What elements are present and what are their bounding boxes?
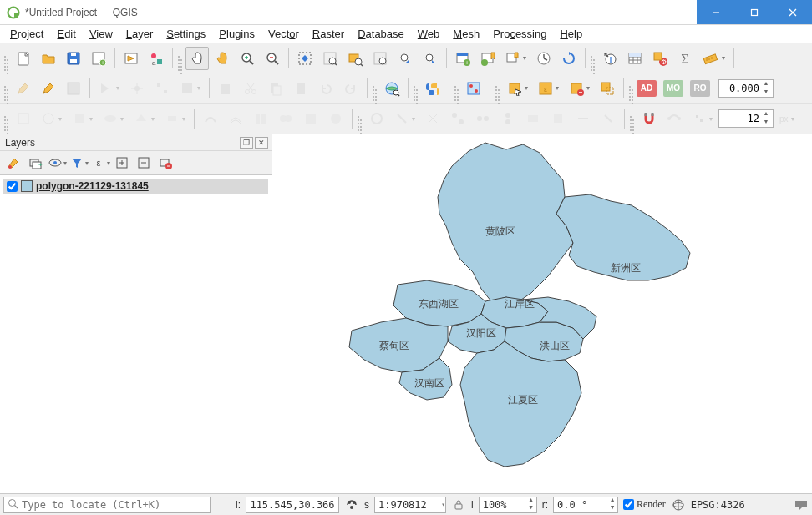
pan-to-selection-button[interactable]: [211, 47, 234, 70]
toolbar-grip[interactable]: [3, 48, 8, 69]
crs-icon[interactable]: [671, 498, 686, 512]
georeferencer-button[interactable]: [462, 77, 485, 100]
toolbar-grip[interactable]: [629, 108, 634, 129]
toolbar-grip[interactable]: [495, 78, 500, 99]
snap-tolerance-spinbox[interactable]: ▲▼: [718, 109, 774, 128]
shape-digitize-1: [12, 107, 35, 130]
zoom-to-layer-button[interactable]: [343, 47, 367, 70]
magnifier-spinbox[interactable]: 100%▲▼: [479, 497, 537, 513]
layers-panel-close-button[interactable]: ✕: [255, 137, 268, 149]
layers-styling-button[interactable]: [3, 154, 23, 172]
numeric-spinbox-1[interactable]: ▲▼: [718, 79, 774, 98]
toolbar-grip[interactable]: [454, 78, 459, 99]
maximize-button[interactable]: [735, 0, 774, 24]
metasearch-button[interactable]: [380, 77, 403, 100]
menu-raster[interactable]: Raster: [307, 26, 349, 42]
open-project-button[interactable]: [37, 47, 60, 70]
close-button[interactable]: [774, 0, 812, 24]
map-canvas[interactable]: 黄陂区 新洲区 东西湖区 江岸区 汉阳区 蔡甸区 洪山区 汉南区 江夏区: [272, 134, 812, 493]
toolbar-grip[interactable]: [413, 78, 418, 99]
svg-rect-1: [14, 13, 18, 18]
layers-remove-button[interactable]: [155, 154, 175, 172]
layer-visibility-checkbox[interactable]: [7, 181, 18, 192]
identify-features-button[interactable]: i: [598, 47, 622, 70]
save-project-button[interactable]: [62, 47, 85, 70]
locator-input[interactable]: [22, 499, 206, 511]
layers-add-group-button[interactable]: +: [25, 154, 45, 172]
select-by-value-button[interactable]: ε▾: [534, 77, 563, 100]
layers-expand-button[interactable]: [112, 154, 132, 172]
messages-icon[interactable]: [794, 498, 809, 512]
layers-tree[interactable]: polygon-221129-131845: [0, 174, 272, 493]
minimize-button[interactable]: [697, 0, 735, 24]
region-label: 汉南区: [414, 376, 444, 391]
advanced-digitize-badge[interactable]: AD: [637, 80, 657, 97]
menu-processing[interactable]: Processing: [488, 26, 551, 42]
menu-settings[interactable]: Settings: [161, 26, 211, 42]
menu-vector[interactable]: Vector: [263, 26, 304, 42]
rotation-label: r:: [542, 499, 548, 511]
new-spatial-bookmark-button[interactable]: [476, 47, 500, 70]
refresh-button[interactable]: [557, 47, 581, 70]
rotation-spinbox[interactable]: 0.0 °▲▼: [553, 497, 618, 513]
layers-filter-button[interactable]: ▾: [69, 154, 89, 172]
locator-search[interactable]: [3, 497, 211, 513]
menu-plugins[interactable]: Plugins: [214, 26, 260, 42]
zoom-out-button[interactable]: [261, 47, 284, 70]
menu-mesh[interactable]: Mesh: [448, 26, 485, 42]
zoom-to-selection-button[interactable]: [318, 47, 342, 70]
zoom-native-button[interactable]: [368, 47, 392, 70]
layout-manager-button[interactable]: [119, 47, 143, 70]
toggle-editing-button[interactable]: [37, 77, 60, 100]
pan-map-button[interactable]: [185, 47, 209, 70]
show-bookmarks-button[interactable]: ▾: [501, 47, 530, 70]
zoom-next-button[interactable]: [419, 47, 442, 70]
measure-button[interactable]: ▾: [698, 47, 729, 70]
deselect-all-button[interactable]: ▾: [565, 77, 594, 100]
new-project-button[interactable]: [12, 47, 35, 70]
menubar: Project Edit View Layer Settings Plugins…: [0, 25, 812, 43]
extents-icon[interactable]: [344, 498, 359, 512]
coord-label: l:: [236, 499, 241, 511]
toolbar-grip[interactable]: [372, 78, 377, 99]
menu-edit[interactable]: Edit: [52, 26, 80, 42]
svg-text:ε: ε: [544, 85, 547, 93]
layers-collapse-button[interactable]: [134, 154, 154, 172]
select-by-location-button[interactable]: [596, 77, 619, 100]
menu-help[interactable]: Help: [555, 26, 587, 42]
toolbar-grip[interactable]: [357, 108, 362, 129]
scale-combo[interactable]: 1:970812▾: [374, 497, 446, 513]
temporal-controller-button[interactable]: [532, 47, 556, 70]
zoom-in-button[interactable]: [236, 47, 259, 70]
toolbar-grip[interactable]: [590, 48, 595, 69]
open-attribute-table-button[interactable]: [623, 47, 647, 70]
open-field-calculator-button[interactable]: ⚙: [648, 47, 672, 70]
lock-icon[interactable]: [451, 499, 466, 511]
menu-database[interactable]: Database: [353, 26, 409, 42]
layers-panel-undock-button[interactable]: ❐: [240, 137, 253, 149]
menu-web[interactable]: Web: [413, 26, 445, 42]
select-features-button[interactable]: ▾: [503, 77, 532, 100]
python-console-button[interactable]: [421, 77, 444, 100]
layer-item[interactable]: polygon-221129-131845: [3, 179, 268, 194]
layers-expression-button[interactable]: ε▾: [90, 154, 110, 172]
zoom-full-button[interactable]: [293, 47, 317, 70]
new-map-view-button[interactable]: +: [451, 47, 475, 70]
menu-project[interactable]: Project: [5, 26, 48, 42]
menu-view[interactable]: View: [84, 26, 118, 42]
toolbar-grip[interactable]: [628, 78, 633, 99]
zoom-last-button[interactable]: [393, 47, 417, 70]
layers-visibility-button[interactable]: ▾: [47, 154, 67, 172]
style-manager-button[interactable]: a: [145, 47, 168, 70]
toolbar-grip[interactable]: [3, 78, 8, 99]
enable-snapping-button[interactable]: [637, 107, 661, 130]
coordinate-display[interactable]: 115.545,30.366: [246, 497, 339, 513]
statistical-summary-button[interactable]: Σ: [673, 47, 697, 70]
svg-text:a: a: [152, 59, 156, 67]
crs-display[interactable]: EPSG:4326: [691, 499, 745, 511]
menu-layer[interactable]: Layer: [121, 26, 159, 42]
toolbar-grip[interactable]: [177, 48, 182, 69]
toolbar-grip[interactable]: [3, 108, 8, 129]
new-print-layout-button[interactable]: +: [87, 47, 110, 70]
render-checkbox[interactable]: [623, 499, 634, 510]
